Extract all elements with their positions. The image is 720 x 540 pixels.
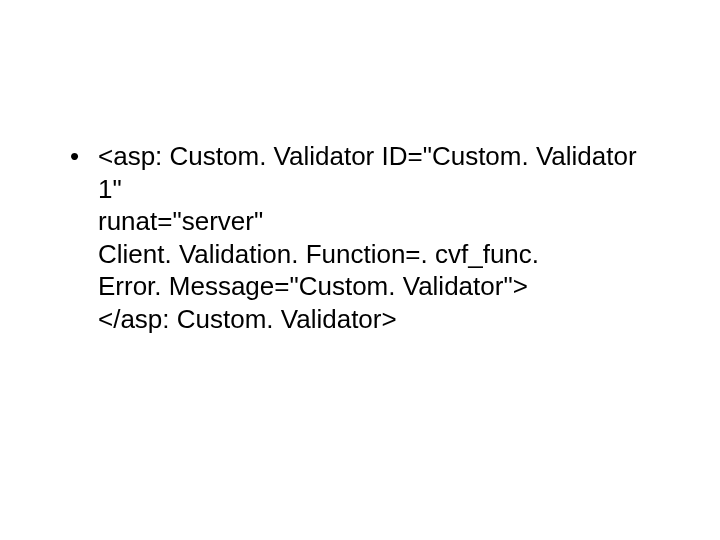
bullet-list: <asp: Custom. Validator ID="Custom. Vali…: [62, 140, 660, 335]
code-line-1: <asp: Custom. Validator ID="Custom. Vali…: [98, 140, 660, 205]
bullet-item: <asp: Custom. Validator ID="Custom. Vali…: [62, 140, 660, 335]
code-line-2: runat="server": [98, 205, 660, 238]
code-line-3: Client. Validation. Function=. cvf_func.: [98, 238, 660, 271]
slide: <asp: Custom. Validator ID="Custom. Vali…: [0, 0, 720, 540]
slide-body: <asp: Custom. Validator ID="Custom. Vali…: [62, 140, 660, 335]
code-line-4: Error. Message="Custom. Validator">: [98, 270, 660, 303]
code-line-5: </asp: Custom. Validator>: [98, 303, 660, 336]
